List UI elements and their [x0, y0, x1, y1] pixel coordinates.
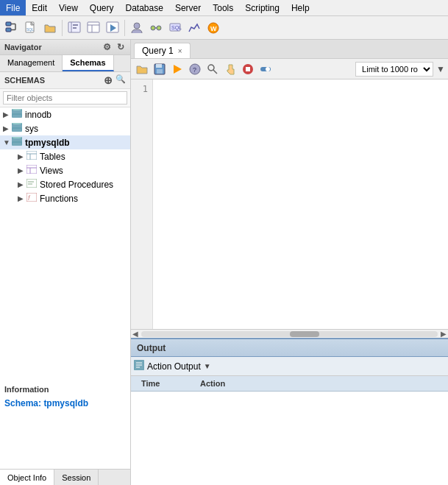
arrow-innodb: ▶ — [3, 110, 10, 118]
h-scroll-track[interactable] — [141, 331, 438, 337]
arrow-sys: ▶ — [3, 124, 10, 132]
sql-file-btn[interactable]: SQL — [22, 19, 40, 37]
schema-value: tpmysqldb — [43, 398, 88, 408]
schemas-label: SCHEMAS — [4, 76, 45, 85]
tree-item-functions[interactable]: ▶ f Functions — [0, 191, 130, 205]
svg-text:W: W — [210, 25, 217, 32]
action-output-arrow[interactable]: ▼ — [204, 362, 211, 370]
schemas-label-bar: SCHEMAS ⊕ 🔍 — [0, 72, 130, 89]
tree-item-tpmysqldb[interactable]: ▼ tpmysqldb — [0, 135, 130, 149]
svg-point-18 — [157, 26, 161, 30]
query-tab-1[interactable]: Query 1 × — [134, 43, 191, 58]
menu-view[interactable]: View — [53, 0, 84, 15]
menu-file[interactable]: File — [0, 0, 26, 15]
col-action: Action — [194, 378, 444, 389]
main-toolbar: SQL SQL W — [0, 16, 448, 40]
save-sql-btn[interactable] — [152, 61, 168, 77]
menu-database[interactable]: Database — [120, 0, 169, 15]
tab-schemas[interactable]: Schemas — [63, 55, 113, 71]
svg-rect-36 — [12, 139, 22, 142]
tab-object-info[interactable]: Object Info — [0, 470, 54, 485]
h-scroll-left-btn[interactable]: ◀ — [132, 330, 138, 338]
tab-session[interactable]: Session — [54, 470, 99, 485]
nav-bottom-tabs: Object Info Session — [0, 469, 130, 485]
nav-schema-tabs: Management Schemas — [0, 55, 130, 72]
schema-inspector-btn[interactable] — [65, 19, 83, 37]
schemas-search-icon[interactable]: 🔍 — [115, 74, 126, 86]
toolbar-sep-2 — [124, 20, 125, 36]
svg-rect-0 — [6, 22, 11, 26]
menu-server[interactable]: Server — [169, 0, 207, 15]
svg-point-17 — [151, 26, 155, 30]
menu-query[interactable]: Query — [84, 0, 120, 15]
performance-btn[interactable] — [185, 19, 203, 37]
h-scroll-right-btn[interactable]: ▶ — [441, 330, 447, 338]
query-tabs: Query 1 × — [131, 40, 448, 59]
db-icon-tpmysqldb — [12, 137, 22, 148]
svg-text:SQL: SQL — [171, 25, 182, 31]
status-btn[interactable]: SQL — [166, 19, 184, 37]
navigator-panel: Navigator ⚙ ↻ Management Schemas SCHEMAS… — [0, 40, 131, 485]
tree-item-sys[interactable]: ▶ sys — [0, 121, 130, 135]
tree-item-stored-procedures[interactable]: ▶ Stored Procedures — [0, 177, 130, 191]
navigator-title: Navigator — [4, 43, 42, 52]
workbench-btn[interactable]: W — [205, 19, 222, 37]
svg-point-61 — [266, 67, 270, 71]
output-panel: Output Action Output ▼ Time Action — [131, 338, 448, 485]
refresh-icon[interactable]: ↻ — [115, 42, 126, 52]
output-table-header: Time Action — [131, 376, 448, 392]
execute-btn[interactable] — [104, 19, 121, 37]
toolbar-sep-1 — [62, 20, 63, 36]
output-toolbar: Action Output ▼ — [131, 357, 448, 376]
svg-rect-9 — [73, 24, 78, 26]
query-tab-1-close[interactable]: × — [178, 47, 182, 55]
db-icon-innodb — [12, 109, 22, 120]
main-layout: Navigator ⚙ ↻ Management Schemas SCHEMAS… — [0, 40, 448, 485]
schema-info: Schema: tpmysqldb — [4, 398, 126, 408]
svg-rect-1 — [6, 28, 11, 32]
menu-tools[interactable]: Tools — [207, 0, 239, 15]
menu-help[interactable]: Help — [285, 0, 316, 15]
arrow-functions: ▶ — [18, 194, 25, 202]
execute-query-btn[interactable] — [169, 61, 185, 77]
schemas-add-icon[interactable]: ⊕ — [104, 74, 113, 86]
tree-item-views[interactable]: ▶ Views — [0, 163, 130, 177]
connections-btn[interactable] — [147, 19, 165, 37]
menubar: File Edit View Query Database Server Too… — [0, 0, 448, 16]
configure-icon[interactable]: ⚙ — [102, 42, 113, 52]
tree-item-innodb[interactable]: ▶ innodb — [0, 107, 130, 121]
functions-icon: f — [26, 193, 37, 204]
hand-btn[interactable] — [222, 61, 238, 77]
limit-select[interactable]: Limit to 1000 ro — [355, 62, 433, 77]
users-btn[interactable] — [128, 19, 146, 37]
tree-label-tpmysqldb: tpmysqldb — [25, 138, 70, 148]
toggle-btn[interactable] — [257, 61, 274, 77]
svg-line-57 — [213, 70, 217, 74]
open-sql-btn[interactable] — [134, 61, 150, 77]
action-output-dropdown[interactable]: Action Output ▼ — [147, 361, 211, 372]
h-scrollbar[interactable]: ◀ ▶ — [131, 329, 448, 338]
svg-rect-31 — [12, 125, 22, 128]
zoom-btn[interactable] — [205, 61, 221, 77]
filter-input[interactable] — [3, 91, 127, 105]
svg-rect-45 — [26, 179, 37, 188]
new-connection-btn[interactable] — [3, 19, 21, 37]
query-tab-1-label: Query 1 — [142, 46, 174, 56]
editor-content[interactable] — [153, 79, 448, 329]
svg-rect-42 — [26, 165, 37, 174]
output-title: Output — [137, 343, 166, 353]
open-btn[interactable] — [41, 19, 59, 37]
stop-btn[interactable] — [240, 61, 256, 77]
explain-btn[interactable]: ? — [187, 61, 203, 77]
tree-label-stored-procedures: Stored Procedures — [40, 180, 113, 190]
menu-edit[interactable]: Edit — [26, 0, 53, 15]
table-data-btn[interactable] — [85, 19, 102, 37]
tree-item-tables[interactable]: ▶ Tables — [0, 149, 130, 163]
col-time: Time — [135, 378, 194, 389]
h-scroll-thumb[interactable] — [290, 331, 319, 337]
limit-dropdown-arrow[interactable]: ▼ — [436, 64, 445, 74]
tree-label-innodb: innodb — [25, 110, 51, 120]
tab-management[interactable]: Management — [0, 55, 63, 71]
query-toolbar: ? Limit to 1000 ro ▼ — [131, 59, 448, 79]
menu-scripting[interactable]: Scripting — [239, 0, 285, 15]
